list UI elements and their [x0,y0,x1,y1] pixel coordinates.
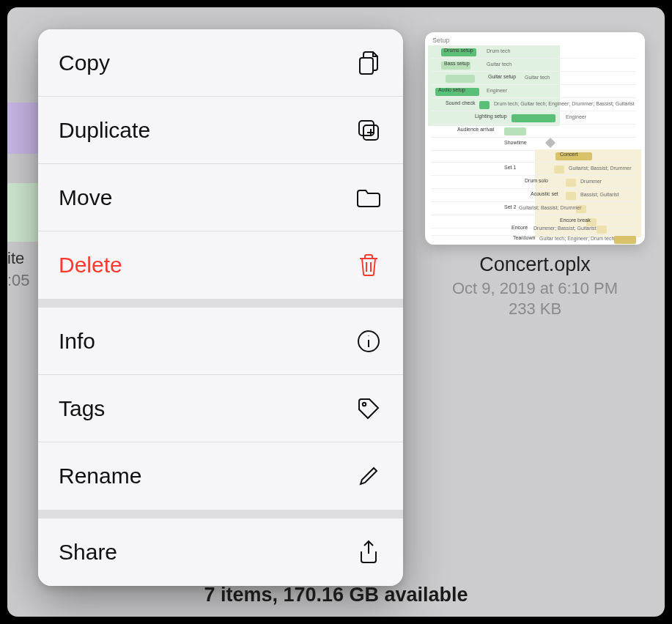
folder-icon [355,184,383,212]
svg-rect-0 [360,58,373,74]
menu-item-label: Copy [59,51,110,75]
duplicate-icon [355,116,383,144]
menu-item-label: Tags [59,396,105,421]
gantt-row: Drums setup Drum tech [431,47,636,59]
menu-item-delete[interactable]: Delete [38,231,403,299]
file-item[interactable]: Setup Drums setup Drum tech Bass setup G… [425,32,645,319]
file-size: 233 KB [425,300,645,319]
gantt-row: Audio setup Engineer [431,86,636,98]
file-name: Concert.oplx [425,253,645,276]
gantt-row: Acoustic set Bassist; Guitarist [431,190,636,202]
menu-group: Info Tags Rename [38,308,403,510]
context-menu: Copy Duplicate [38,29,403,586]
gantt-row: Set 2 Guitarist; Bassist; Drummer [431,204,636,215]
gantt-row: Concert [431,151,636,163]
gantt-row: Bass setup Guitar tech [431,60,636,72]
bg-thumb-fragment [7,183,43,242]
thumb-heading: Setup [432,37,450,44]
share-icon [355,538,383,566]
svg-point-4 [363,402,366,405]
gantt-row: Teardown Guitar tech; Engineer; Drum tec… [431,234,636,245]
copy-icon [355,49,383,77]
tag-icon [355,395,383,423]
menu-item-tags[interactable]: Tags [38,375,403,442]
bg-partial-label: ite [7,249,24,268]
gantt-row: Sound check Drum tech; Guitar tech; Engi… [431,100,636,111]
menu-item-share[interactable]: Share [38,519,403,586]
menu-item-label: Rename [59,464,141,489]
gantt-row: Lighting setup Engineer [431,113,636,125]
menu-item-label: Share [59,540,117,565]
file-date: Oct 9, 2019 at 6:10 PM [425,279,645,298]
gantt-row: Drum solo Drummer [431,177,636,189]
menu-item-rename[interactable]: Rename [38,442,403,510]
info-icon [355,327,383,355]
gantt-row: Set 1 Guitarist; Bassist; Drummer [431,164,636,176]
menu-item-label: Info [59,329,95,354]
menu-item-info[interactable]: Info [38,308,403,375]
file-thumbnail: Setup Drums setup Drum tech Bass setup G… [425,32,645,245]
menu-item-copy[interactable]: Copy [38,29,403,97]
status-bar: 7 items, 170.16 GB available [7,584,665,606]
menu-item-label: Duplicate [59,118,150,143]
menu-item-move[interactable]: Move [38,164,403,231]
menu-group: Copy Duplicate [38,29,403,299]
bg-thumb-fragment [7,103,43,154]
menu-item-label: Move [59,185,112,210]
menu-item-label: Delete [59,253,122,278]
bg-partial-label: :05 [7,271,30,290]
menu-item-duplicate[interactable]: Duplicate [38,97,403,164]
trash-icon [355,251,383,279]
gantt-row: Audience arrival [431,126,636,138]
files-window: ite :05 Copy Duplicate [7,7,665,617]
menu-separator [38,510,403,519]
menu-separator [38,299,403,308]
pencil-icon [355,462,383,490]
menu-group: Share [38,519,403,586]
gantt-row: Guitar setup Guitar tech [431,73,636,85]
